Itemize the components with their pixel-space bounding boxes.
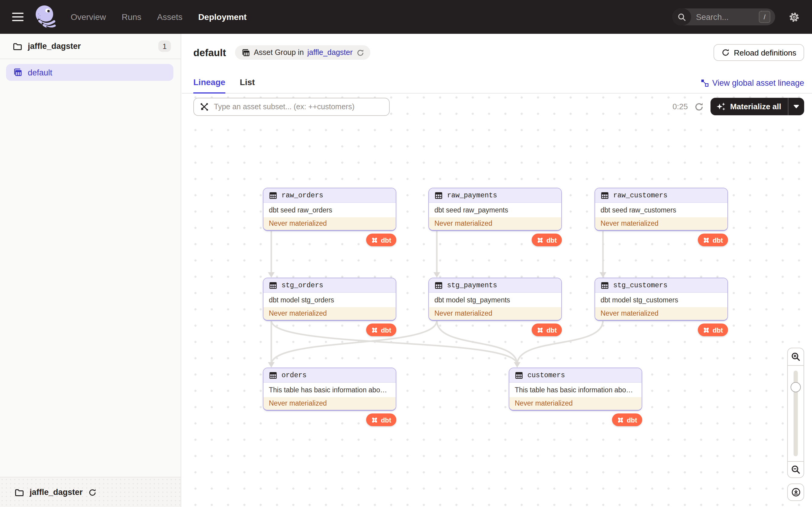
asset-name: raw_payments bbox=[447, 191, 497, 199]
asset-name: stg_customers bbox=[613, 281, 667, 289]
zoom-out-button[interactable] bbox=[787, 461, 804, 478]
dbt-logo-icon bbox=[371, 236, 378, 243]
tab-list[interactable]: List bbox=[240, 77, 255, 93]
folder-icon bbox=[13, 41, 22, 51]
dbt-badge: dbt bbox=[612, 413, 642, 426]
asset-node-orders[interactable]: ordersThis table has basic information a… bbox=[263, 368, 396, 411]
sidebar: jaffle_dagster 1 default jaffle_dagster bbox=[0, 34, 181, 507]
asset-node-stg_customers[interactable]: stg_customersdbt model stg_customersNeve… bbox=[595, 278, 728, 321]
asset-node-stg_orders[interactable]: stg_ordersdbt model stg_ordersNever mate… bbox=[263, 278, 396, 321]
table-icon bbox=[601, 191, 609, 200]
dbt-badge-label: dbt bbox=[627, 416, 637, 424]
nav-item-deployment[interactable]: Deployment bbox=[198, 12, 247, 22]
asset-status: Never materialized bbox=[509, 397, 642, 410]
nav-item-runs[interactable]: Runs bbox=[122, 12, 141, 22]
nav-item-overview[interactable]: Overview bbox=[71, 12, 106, 22]
dbt-badge-label: dbt bbox=[713, 236, 723, 243]
dbt-badge-label: dbt bbox=[713, 326, 723, 333]
dbt-logo-icon bbox=[537, 236, 544, 243]
zoom-in-button[interactable] bbox=[787, 348, 804, 366]
graph-toolbar-right: 0:25 Materialize all bbox=[672, 98, 804, 115]
view-global-asset-lineage-link[interactable]: View global asset lineage bbox=[701, 78, 804, 93]
tab-lineage[interactable]: Lineage bbox=[193, 77, 225, 93]
asset-node-raw_payments[interactable]: raw_paymentsdbt seed raw_paymentsNever m… bbox=[428, 188, 562, 231]
asset-name: stg_orders bbox=[282, 281, 323, 289]
tag-repo-link[interactable]: jaffle_dagster bbox=[308, 48, 353, 57]
asset-node-customers[interactable]: customersThis table has basic informatio… bbox=[509, 368, 642, 411]
asset-description: dbt model stg_customers bbox=[595, 293, 727, 307]
table-icon bbox=[269, 281, 277, 289]
footer-repo-name: jaffle_dagster bbox=[30, 488, 83, 497]
dbt-badge-label: dbt bbox=[547, 326, 557, 333]
asset-node-raw_customers[interactable]: raw_customersdbt seed raw_customersNever… bbox=[595, 188, 728, 231]
asset-description: dbt model stg_orders bbox=[263, 293, 396, 307]
dbt-badge: dbt bbox=[366, 413, 396, 426]
repo-name: jaffle_dagster bbox=[28, 42, 81, 51]
asset-name: customers bbox=[527, 371, 565, 379]
asset-node-header: customers bbox=[509, 368, 642, 383]
dbt-badge: dbt bbox=[532, 324, 562, 336]
sidebar-repo-row[interactable]: jaffle_dagster 1 bbox=[0, 34, 181, 59]
tag-prefix: Asset Group in bbox=[254, 48, 304, 57]
zoom-slider-handle[interactable] bbox=[791, 382, 801, 392]
asset-status: Never materialized bbox=[263, 217, 396, 230]
table-icon bbox=[435, 191, 443, 200]
materialize-all-button[interactable]: Materialize all bbox=[711, 98, 804, 115]
caret-down-icon bbox=[793, 104, 799, 109]
asset-node-header: orders bbox=[263, 368, 396, 383]
tab-bar: Lineage List View global asset lineage bbox=[182, 71, 812, 94]
lineage-graph-icon bbox=[701, 79, 709, 87]
asset-name: raw_orders bbox=[282, 191, 323, 199]
refresh-icon[interactable] bbox=[695, 102, 704, 111]
search-input[interactable] bbox=[691, 12, 759, 21]
nav-item-assets[interactable]: Assets bbox=[157, 12, 183, 22]
page-header: default Asset Group in jaffle_dagster bbox=[182, 34, 812, 71]
refresh-icon bbox=[721, 48, 729, 57]
asset-subset-input[interactable] bbox=[193, 98, 390, 116]
dbt-logo-icon bbox=[371, 326, 378, 333]
asset-description: This table has basic information about .… bbox=[263, 383, 396, 397]
download-image-button[interactable] bbox=[787, 484, 804, 501]
asset-group-tag: Asset Group in jaffle_dagster bbox=[235, 45, 370, 60]
lineage-graph-canvas[interactable]: raw_ordersdbt seed raw_ordersNever mater… bbox=[182, 94, 812, 507]
menu-icon[interactable] bbox=[12, 13, 23, 21]
asset-selector-icon bbox=[199, 102, 209, 112]
asset-node-raw_orders[interactable]: raw_ordersdbt seed raw_ordersNever mater… bbox=[263, 188, 396, 231]
download-icon bbox=[791, 487, 801, 497]
app-window: Overview Runs Assets Deployment / bbox=[0, 0, 812, 507]
asset-description: dbt model stg_payments bbox=[429, 293, 561, 307]
refresh-icon[interactable] bbox=[88, 488, 97, 496]
asset-status: Never materialized bbox=[263, 397, 396, 410]
asset-description: dbt seed raw_payments bbox=[429, 203, 561, 217]
dbt-badge: dbt bbox=[532, 234, 562, 246]
asset-node-header: stg_payments bbox=[429, 278, 561, 293]
asset-node-stg_payments[interactable]: stg_paymentsdbt model stg_paymentsNever … bbox=[428, 278, 562, 321]
asset-status: Never materialized bbox=[595, 307, 727, 320]
dbt-logo-icon bbox=[703, 326, 710, 333]
refresh-icon[interactable] bbox=[356, 49, 364, 56]
sidebar-footer: jaffle_dagster bbox=[0, 477, 181, 507]
dbt-badge: dbt bbox=[366, 234, 396, 246]
zoom-slider[interactable] bbox=[787, 366, 804, 461]
nav-items: Overview Runs Assets Deployment bbox=[71, 12, 247, 22]
materialize-dropdown-caret[interactable] bbox=[789, 98, 804, 115]
table-icon bbox=[515, 371, 523, 379]
table-icon bbox=[601, 281, 609, 289]
dagster-logo-icon[interactable] bbox=[35, 4, 56, 30]
zoom-out-icon bbox=[791, 465, 801, 474]
sparkle-icon bbox=[717, 102, 726, 111]
settings-gear-icon[interactable] bbox=[789, 11, 800, 23]
table-icon bbox=[269, 191, 277, 200]
asset-node-header: stg_customers bbox=[595, 278, 727, 293]
dbt-logo-icon bbox=[617, 416, 624, 424]
asset-description: dbt seed raw_orders bbox=[263, 203, 396, 217]
search-icon bbox=[672, 8, 691, 25]
asset-description: This table has basic information about .… bbox=[509, 383, 642, 397]
table-icon bbox=[435, 281, 443, 289]
asset-name: stg_payments bbox=[447, 281, 497, 289]
dbt-badge: dbt bbox=[366, 324, 396, 336]
reload-definitions-button[interactable]: Reload definitions bbox=[713, 44, 804, 61]
sidebar-item-default-group[interactable]: default bbox=[6, 64, 173, 81]
dbt-badge-label: dbt bbox=[381, 326, 391, 333]
search-box[interactable]: / bbox=[672, 8, 775, 25]
